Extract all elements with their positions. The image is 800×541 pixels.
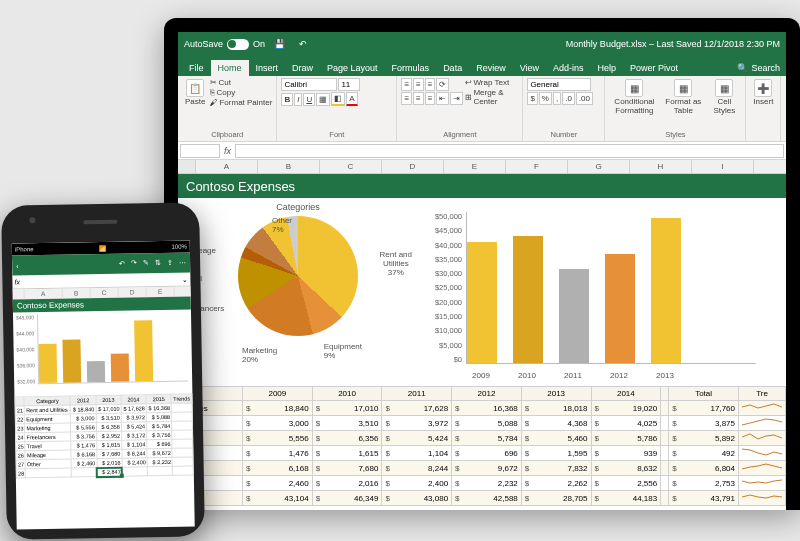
number-format[interactable] xyxy=(527,78,591,91)
merge-center-button[interactable]: ⊞Merge & Center xyxy=(465,88,518,106)
chart-area: Categories Other7% Rent andUtilities37% … xyxy=(178,198,786,386)
tab-formulas[interactable]: Formulas xyxy=(385,60,437,76)
save-icon[interactable]: 💾 xyxy=(271,36,287,52)
align-right[interactable]: ≡ xyxy=(425,92,436,105)
indent-inc[interactable]: ⇥ xyxy=(450,92,463,105)
back-icon[interactable]: ‹ xyxy=(16,262,18,269)
chevron-down-icon[interactable]: ⌄ xyxy=(182,275,188,283)
search-label: Search xyxy=(751,63,780,73)
share-icon[interactable]: ⇪ xyxy=(167,259,173,267)
wrap-icon: ↩ xyxy=(465,78,472,87)
align-bot[interactable]: ≡ xyxy=(425,78,436,91)
indent-dec[interactable]: ⇤ xyxy=(436,92,449,105)
tab-draw[interactable]: Draw xyxy=(285,60,320,76)
pcol-E[interactable]: E xyxy=(147,287,175,297)
insert-cells-button[interactable]: ➕Insert xyxy=(750,78,776,107)
tab-addins[interactable]: Add-ins xyxy=(546,60,591,76)
tab-page-layout[interactable]: Page Layout xyxy=(320,60,385,76)
tab-view[interactable]: View xyxy=(513,60,546,76)
ribbon-tabs: File Home Insert Draw Page Layout Formul… xyxy=(178,56,786,76)
edit-icon[interactable]: ✎ xyxy=(143,259,149,267)
font-size[interactable] xyxy=(338,78,360,91)
align-top[interactable]: ≡ xyxy=(401,78,412,91)
format-painter-button[interactable]: 🖌Format Painter xyxy=(210,98,272,107)
search-box[interactable]: 🔍 Search xyxy=(731,60,786,76)
format-as-table-button[interactable]: ▦Format as Table xyxy=(661,78,705,116)
laptop-screen: AutoSave On 💾 ↶ Monthly Budget.xlsx – La… xyxy=(178,32,786,510)
pie-graphic xyxy=(238,216,358,336)
sort-icon[interactable]: ⇅ xyxy=(155,259,161,267)
tab-review[interactable]: Review xyxy=(469,60,513,76)
border-button[interactable]: ▦ xyxy=(316,93,330,106)
pcol-B[interactable]: B xyxy=(63,288,91,298)
col-B[interactable]: B xyxy=(258,160,320,173)
align-center[interactable]: ≡ xyxy=(413,92,424,105)
selected-cell[interactable]: $ 2,847 xyxy=(97,467,122,476)
italic-button[interactable]: I xyxy=(294,93,302,106)
tab-insert[interactable]: Insert xyxy=(249,60,286,76)
undo-icon[interactable]: ↶ xyxy=(295,36,311,52)
pie-lbl-rent: Rent andUtilities37% xyxy=(380,250,412,277)
autosave-state: On xyxy=(253,39,265,49)
alignment-title: Alignment xyxy=(401,130,518,139)
font-color-button[interactable]: A xyxy=(346,92,357,106)
undo-icon[interactable]: ↶ xyxy=(119,260,125,268)
cell-styles-button[interactable]: ▦Cell Styles xyxy=(707,78,741,116)
paste-button[interactable]: 📋Paste xyxy=(182,78,208,107)
worksheet[interactable]: A B C D E F G H I Contoso Expenses Categ… xyxy=(178,160,786,506)
pcol-A[interactable]: A xyxy=(25,289,63,300)
copy-icon: ⎘ xyxy=(210,88,215,97)
wrap-text-button[interactable]: ↩Wrap Text xyxy=(465,78,518,87)
tab-file[interactable]: File xyxy=(182,60,211,76)
currency-button[interactable]: $ xyxy=(527,92,537,105)
inc-decimal[interactable]: .0 xyxy=(562,92,575,105)
tab-help[interactable]: Help xyxy=(591,60,624,76)
col-H[interactable]: H xyxy=(630,160,692,173)
align-left[interactable]: ≡ xyxy=(401,92,412,105)
autosave-toggle[interactable] xyxy=(227,39,249,50)
formula-input[interactable] xyxy=(235,144,784,158)
copy-button[interactable]: ⎘Copy xyxy=(210,88,272,97)
phone-data-table[interactable]: Category2012201320142015Trends 21Rent an… xyxy=(14,393,193,478)
number-title: Number xyxy=(527,130,600,139)
comma-button[interactable]: , xyxy=(553,92,561,105)
col-F[interactable]: F xyxy=(506,160,568,173)
conditional-formatting-button[interactable]: ▦Conditional Formatting xyxy=(609,78,659,116)
pcol-D[interactable]: D xyxy=(119,287,147,297)
pcol-C[interactable]: C xyxy=(91,288,119,298)
dec-decimal[interactable]: .00 xyxy=(576,92,593,105)
col-E[interactable]: E xyxy=(444,160,506,173)
cut-button[interactable]: ✂Cut xyxy=(210,78,272,87)
col-C[interactable]: C xyxy=(320,160,382,173)
align-mid[interactable]: ≡ xyxy=(413,78,424,91)
orientation[interactable]: ⟳ xyxy=(436,78,449,91)
fill-color-button[interactable]: ◧ xyxy=(331,92,345,106)
table-label: Format as Table xyxy=(664,97,702,115)
col-A[interactable]: A xyxy=(196,160,258,173)
underline-button[interactable]: U xyxy=(303,93,315,106)
table-row: 1,4761,6151,1046961,595939492 xyxy=(179,446,786,461)
fx-icon: fx xyxy=(14,278,20,285)
clipboard-title: Clipboard xyxy=(182,130,272,139)
tab-home[interactable]: Home xyxy=(211,60,249,76)
cut-label: Cut xyxy=(218,78,230,87)
col-G[interactable]: G xyxy=(568,160,630,173)
font-title: Font xyxy=(281,130,392,139)
bold-button[interactable]: B xyxy=(281,93,293,106)
name-box[interactable] xyxy=(180,144,220,158)
data-table[interactable]: 200920102011201220132014TotalTre Utiliti… xyxy=(178,386,786,506)
more-icon[interactable]: ⋯ xyxy=(179,259,186,267)
col-D[interactable]: D xyxy=(382,160,444,173)
font-name[interactable] xyxy=(281,78,337,91)
document-title: Monthly Budget.xlsx – Last Saved 12/1/20… xyxy=(313,39,780,49)
redo-icon[interactable]: ↷ xyxy=(131,259,137,267)
tab-data[interactable]: Data xyxy=(436,60,469,76)
col-I[interactable]: I xyxy=(692,160,754,173)
table-row: 43,10446,34943,08042,58828,70544,18343,7… xyxy=(179,491,786,506)
insert-label: Insert xyxy=(753,97,773,106)
percent-button[interactable]: % xyxy=(539,92,552,105)
table-row: Utilities18,84017,01017,62816,36818,0181… xyxy=(179,401,786,416)
fx-icon[interactable]: fx xyxy=(224,146,231,156)
tab-power-pivot[interactable]: Power Pivot xyxy=(623,60,685,76)
painter-label: Format Painter xyxy=(219,98,272,107)
